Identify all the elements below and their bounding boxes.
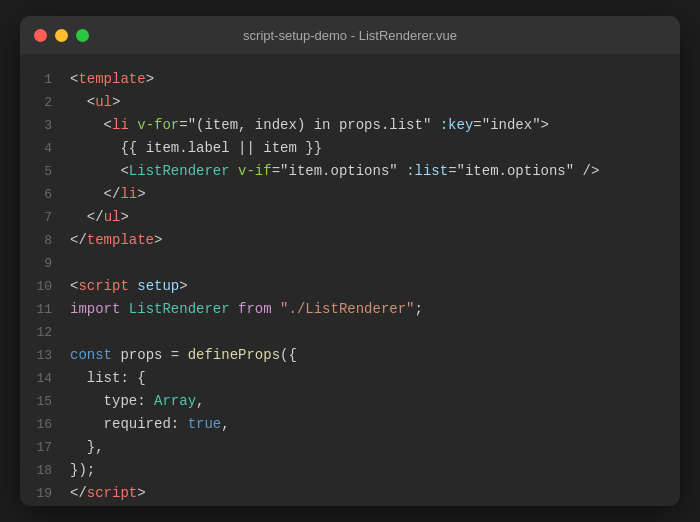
code-content: const props = defineProps({ <box>70 344 297 366</box>
code-content: </script> <box>70 482 146 504</box>
code-content: <ul> <box>70 91 120 113</box>
code-line: 1 <template> <box>20 68 680 91</box>
editor-window: script-setup-demo - ListRenderer.vue 1 <… <box>20 16 680 506</box>
code-line: 8 </template> <box>20 229 680 252</box>
code-line: 11 import ListRenderer from "./ListRende… <box>20 298 680 321</box>
code-content: <template> <box>70 68 154 90</box>
line-number: 8 <box>20 230 52 252</box>
line-number: 10 <box>20 276 52 298</box>
code-line: 13 const props = defineProps({ <box>20 344 680 367</box>
code-content: type: Array, <box>70 390 204 412</box>
line-number: 16 <box>20 414 52 436</box>
code-content: </li> <box>70 183 146 205</box>
code-content: <li v-for="(item, index) in props.list" … <box>70 114 549 136</box>
line-number: 19 <box>20 483 52 505</box>
window-title: script-setup-demo - ListRenderer.vue <box>243 28 457 43</box>
code-content: <ListRenderer v-if="item.options" :list=… <box>70 160 599 182</box>
code-content: </template> <box>70 229 162 251</box>
code-editor[interactable]: 1 <template> 2 <ul> 3 <li v-for="(item, … <box>20 54 680 506</box>
code-line: 19 </script> <box>20 482 680 505</box>
code-line: 3 <li v-for="(item, index) in props.list… <box>20 114 680 137</box>
code-line: 17 }, <box>20 436 680 459</box>
code-line: 10 <script setup> <box>20 275 680 298</box>
titlebar: script-setup-demo - ListRenderer.vue <box>20 16 680 54</box>
code-content: list: { <box>70 367 146 389</box>
line-number: 4 <box>20 138 52 160</box>
line-number: 11 <box>20 299 52 321</box>
line-number: 5 <box>20 161 52 183</box>
code-line: 2 <ul> <box>20 91 680 114</box>
code-content <box>70 321 78 343</box>
line-number: 15 <box>20 391 52 413</box>
code-content <box>70 252 78 274</box>
line-number: 12 <box>20 322 52 344</box>
code-line: 12 <box>20 321 680 344</box>
close-button[interactable] <box>34 29 47 42</box>
code-line: 5 <ListRenderer v-if="item.options" :lis… <box>20 160 680 183</box>
code-content: {{ item.label || item }} <box>70 137 322 159</box>
code-content: </ul> <box>70 206 129 228</box>
line-number: 14 <box>20 368 52 390</box>
line-number: 2 <box>20 92 52 114</box>
minimize-button[interactable] <box>55 29 68 42</box>
maximize-button[interactable] <box>76 29 89 42</box>
line-number: 17 <box>20 437 52 459</box>
code-line: 9 <box>20 252 680 275</box>
code-content: }); <box>70 459 95 481</box>
code-content: import ListRenderer from "./ListRenderer… <box>70 298 423 320</box>
line-number: 13 <box>20 345 52 367</box>
line-number: 18 <box>20 460 52 482</box>
code-line: 7 </ul> <box>20 206 680 229</box>
code-line: 15 type: Array, <box>20 390 680 413</box>
code-line: 4 {{ item.label || item }} <box>20 137 680 160</box>
code-line: 18 }); <box>20 459 680 482</box>
code-content: }, <box>70 436 104 458</box>
code-line: 14 list: { <box>20 367 680 390</box>
code-line: 6 </li> <box>20 183 680 206</box>
line-number: 7 <box>20 207 52 229</box>
line-number: 1 <box>20 69 52 91</box>
code-content: <script setup> <box>70 275 188 297</box>
traffic-lights <box>34 29 89 42</box>
line-number: 6 <box>20 184 52 206</box>
code-content: required: true, <box>70 413 230 435</box>
line-number: 3 <box>20 115 52 137</box>
code-line: 16 required: true, <box>20 413 680 436</box>
line-number: 9 <box>20 253 52 275</box>
